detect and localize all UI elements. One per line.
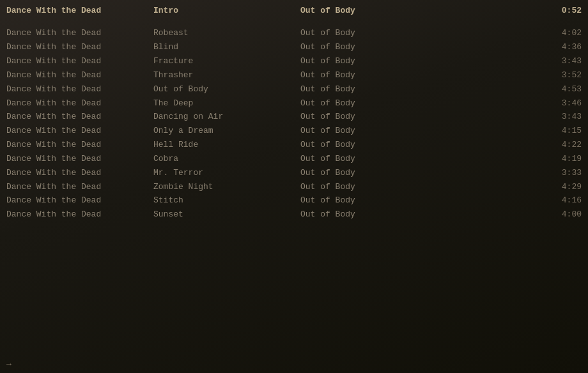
track-title: Sunset <box>153 209 300 221</box>
track-title: Stitch <box>153 195 300 207</box>
track-duration: 4:22 <box>543 139 582 151</box>
table-row[interactable]: Dance With the Dead Fracture Out of Body… <box>0 55 588 69</box>
table-row[interactable]: Dance With the Dead Cobra Out of Body 4:… <box>0 152 588 166</box>
track-duration: 4:19 <box>543 153 582 165</box>
track-album: Out of Body <box>300 195 383 207</box>
table-row[interactable]: Dance With the Dead Stitch Out of Body 4… <box>0 194 588 208</box>
track-duration: 3:33 <box>543 167 582 179</box>
track-duration: 3:52 <box>543 70 582 82</box>
table-row[interactable]: Dance With the Dead Out of Body Out of B… <box>0 82 588 96</box>
track-artist: Dance With the Dead <box>6 153 153 165</box>
table-row[interactable]: Dance With the Dead The Deep Out of Body… <box>0 96 588 110</box>
track-artist: Dance With the Dead <box>6 111 153 123</box>
track-album: Out of Body <box>300 139 383 151</box>
track-album: Out of Body <box>300 209 383 221</box>
track-duration: 4:16 <box>543 195 582 207</box>
track-title: Fracture <box>153 56 300 68</box>
track-album: Out of Body <box>300 42 383 54</box>
track-duration: 3:46 <box>543 98 582 110</box>
table-row[interactable]: Dance With the Dead Hell Ride Out of Bod… <box>0 139 588 153</box>
track-album: Out of Body <box>300 111 383 123</box>
table-row[interactable]: Dance With the Dead Dancing on Air Out o… <box>0 110 588 125</box>
track-album: Out of Body <box>300 84 383 96</box>
track-artist: Dance With the Dead <box>6 125 153 137</box>
arrow-icon: → <box>6 360 12 369</box>
rows-container: Dance With the Dead Robeast Out of Body … <box>0 23 588 226</box>
track-duration: 4:00 <box>543 209 582 221</box>
track-artist: Dance With the Dead <box>6 42 153 54</box>
table-row[interactable]: Dance With the Dead Mr. Terror Out of Bo… <box>0 166 588 180</box>
table-row[interactable]: Dance With the Dead Only a Dream Out of … <box>0 125 588 139</box>
track-duration: 4:15 <box>543 125 582 137</box>
track-artist: Dance With the Dead <box>6 181 153 194</box>
track-album: Out of Body <box>300 167 383 179</box>
track-list: Dance With the Dead Intro Out of Body 0:… <box>0 0 588 23</box>
track-title: Only a Dream <box>153 125 300 137</box>
table-row[interactable]: Dance With the Dead Sunset Out of Body 4… <box>0 208 588 222</box>
track-album: Out of Body <box>300 70 383 82</box>
track-album: Out of Body <box>300 125 383 137</box>
track-artist: Dance With the Dead <box>6 209 153 221</box>
track-title: Dancing on Air <box>153 111 300 123</box>
track-duration: 3:43 <box>543 56 582 68</box>
track-album: Out of Body <box>300 98 383 110</box>
table-row[interactable]: Dance With the Dead Blind Out of Body 4:… <box>0 41 588 55</box>
track-artist: Dance With the Dead <box>6 195 153 207</box>
track-title: Zombie Night <box>153 181 300 194</box>
table-header: Dance With the Dead Intro Out of Body 0:… <box>0 4 588 18</box>
track-duration: 4:29 <box>543 181 582 194</box>
track-title: Robeast <box>153 27 300 40</box>
table-row[interactable]: Dance With the Dead Robeast Out of Body … <box>0 27 588 41</box>
footer: → <box>6 360 12 369</box>
track-title: Out of Body <box>153 84 300 96</box>
track-duration: 4:53 <box>543 84 582 96</box>
header-artist: Dance With the Dead <box>6 5 153 17</box>
track-artist: Dance With the Dead <box>6 56 153 68</box>
track-title: The Deep <box>153 98 300 110</box>
track-artist: Dance With the Dead <box>6 84 153 96</box>
header-duration: 0:52 <box>543 5 582 17</box>
track-duration: 4:02 <box>543 27 582 40</box>
track-artist: Dance With the Dead <box>6 27 153 40</box>
track-album: Out of Body <box>300 181 383 194</box>
header-title: Intro <box>153 5 300 17</box>
track-album: Out of Body <box>300 56 383 68</box>
table-row[interactable]: Dance With the Dead Thrasher Out of Body… <box>0 68 588 82</box>
track-duration: 4:36 <box>543 42 582 54</box>
track-artist: Dance With the Dead <box>6 98 153 110</box>
track-album: Out of Body <box>300 153 383 165</box>
track-title: Hell Ride <box>153 139 300 151</box>
track-title: Blind <box>153 42 300 54</box>
track-duration: 3:43 <box>543 111 582 123</box>
track-artist: Dance With the Dead <box>6 139 153 151</box>
track-artist: Dance With the Dead <box>6 70 153 82</box>
track-title: Mr. Terror <box>153 167 300 179</box>
track-album: Out of Body <box>300 27 383 40</box>
track-title: Thrasher <box>153 70 300 82</box>
header-album: Out of Body <box>300 5 383 17</box>
track-title: Cobra <box>153 153 300 165</box>
table-row[interactable]: Dance With the Dead Zombie Night Out of … <box>0 180 588 194</box>
track-artist: Dance With the Dead <box>6 167 153 179</box>
